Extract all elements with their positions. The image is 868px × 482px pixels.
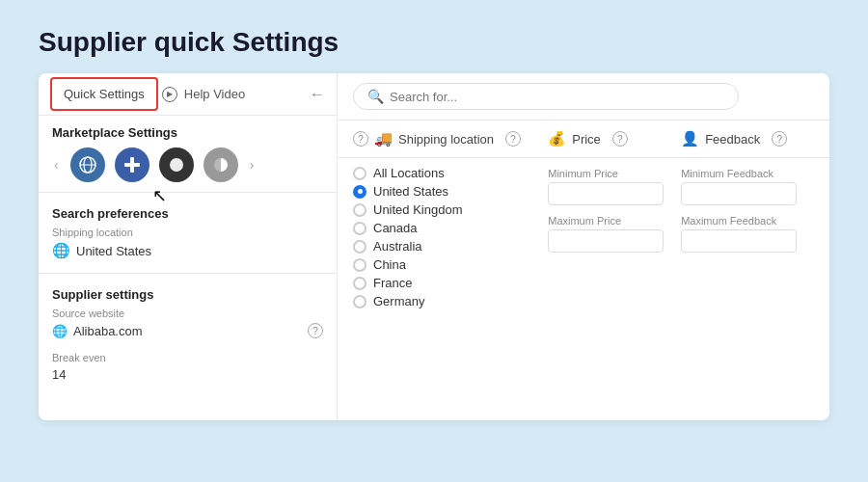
- radio-all-locations[interactable]: [353, 167, 366, 180]
- source-help-icon[interactable]: ?: [308, 323, 323, 338]
- search-bar-row: 🔍: [338, 73, 829, 120]
- max-price-label: Maximum Price: [548, 215, 681, 227]
- radio-germany[interactable]: [353, 295, 366, 308]
- page-title: Supplier quick Settings: [0, 0, 868, 73]
- search-box[interactable]: 🔍: [353, 83, 739, 110]
- right-panel: 🔍 ? 🚚 Shipping location ? 💰 Price ? 👤 Fe…: [338, 73, 829, 420]
- max-feedback-label: Maximum Feedback: [681, 215, 814, 227]
- option-united-states[interactable]: United States: [353, 184, 548, 199]
- radio-china[interactable]: [353, 258, 366, 272]
- globe-location-icon: 🌐: [52, 242, 70, 259]
- feedback-icon: 👤: [681, 130, 699, 147]
- option-all-locations[interactable]: All Locations: [353, 166, 548, 180]
- max-price-wrapper: Maximum Price: [548, 215, 681, 253]
- marketplace-icons-row: ‹: [52, 147, 323, 182]
- search-preferences-section: Search preferences Shipping location 🌐 U…: [39, 193, 337, 274]
- source-label: Source website: [52, 308, 323, 319]
- svg-point-5: [170, 158, 183, 172]
- radio-united-states[interactable]: [353, 185, 366, 199]
- option-france[interactable]: France: [353, 276, 548, 290]
- min-price-wrapper: Minimum Price: [548, 168, 681, 205]
- tab-quick-settings[interactable]: Quick Settings: [50, 77, 158, 111]
- option-canada[interactable]: Canada: [353, 221, 548, 235]
- source-globe-icon: 🌐: [52, 324, 68, 338]
- shipping-options: All Locations United States United Kingd…: [353, 166, 548, 413]
- marketplace-icon-cross[interactable]: [115, 147, 149, 182]
- option-australia[interactable]: Australia: [353, 239, 548, 254]
- shipping-label: Shipping location: [52, 227, 323, 238]
- marketplace-icon-globe[interactable]: [70, 147, 105, 182]
- tab-help-video[interactable]: ▶ Help Video: [162, 87, 245, 102]
- option-united-kingdom[interactable]: United Kingdom: [353, 202, 548, 217]
- break-even-label: Break even: [52, 352, 323, 363]
- break-even-section: Break even 14: [39, 352, 337, 395]
- location-value: United States: [76, 244, 151, 258]
- filter-columns-header: ? 🚚 Shipping location ? 💰 Price ? 👤 Feed…: [338, 120, 829, 158]
- max-feedback-wrapper: Maximum Feedback: [681, 215, 814, 253]
- truck-icon: 🚚: [374, 130, 393, 147]
- radio-canada[interactable]: [353, 222, 366, 235]
- source-row: 🌐 Alibaba.com ?: [52, 323, 323, 338]
- radio-australia[interactable]: [353, 240, 366, 254]
- option-china[interactable]: China: [353, 257, 548, 272]
- play-icon: ▶: [162, 87, 177, 102]
- shipping-col-help-icon[interactable]: ?: [353, 131, 368, 147]
- chevron-right-button[interactable]: ›: [248, 155, 257, 174]
- radio-france[interactable]: [353, 277, 366, 290]
- price-info-icon[interactable]: ?: [612, 131, 628, 147]
- feedback-col-label: Feedback: [705, 132, 760, 147]
- marketplace-icon-halfcircle[interactable]: [203, 147, 238, 182]
- source-value: 🌐 Alibaba.com: [52, 324, 143, 338]
- search-prefs-title: Search preferences: [52, 206, 323, 221]
- max-price-input[interactable]: [548, 229, 664, 253]
- min-feedback-label: Minimum Feedback: [681, 168, 814, 179]
- option-germany[interactable]: Germany: [353, 294, 548, 308]
- supplier-settings-title: Supplier settings: [52, 287, 323, 302]
- filter-col-price: 💰 Price ?: [548, 130, 681, 147]
- radio-united-kingdom[interactable]: [353, 203, 366, 217]
- marketplace-icon-dark[interactable]: [159, 147, 194, 182]
- feedback-info-icon[interactable]: ?: [772, 131, 787, 147]
- filter-col-shipping: ? 🚚 Shipping location ?: [353, 130, 548, 147]
- price-col-label: Price: [572, 132, 601, 147]
- search-input[interactable]: [390, 90, 724, 104]
- price-options: Minimum Price Maximum Price: [548, 166, 681, 413]
- left-panel: Quick Settings ▶ Help Video ← Marketplac…: [39, 73, 338, 420]
- tabs-row: Quick Settings ▶ Help Video ←: [39, 73, 337, 116]
- options-area: All Locations United States United Kingd…: [338, 158, 829, 420]
- shipping-info-icon[interactable]: ?: [505, 131, 521, 147]
- break-even-value: 14: [52, 367, 323, 382]
- main-container: Quick Settings ▶ Help Video ← Marketplac…: [39, 73, 829, 420]
- marketplace-label: Marketplace Settings: [52, 125, 323, 140]
- min-feedback-wrapper: Minimum Feedback: [681, 168, 814, 205]
- max-feedback-input[interactable]: [681, 229, 797, 253]
- marketplace-section: Marketplace Settings ‹: [39, 116, 337, 193]
- supplier-settings-section: Supplier settings Source website 🌐 Aliba…: [39, 274, 337, 352]
- filter-col-feedback: 👤 Feedback ?: [681, 130, 814, 147]
- location-row: 🌐 United States: [52, 242, 323, 259]
- price-icon: 💰: [548, 130, 566, 147]
- tab-back-button[interactable]: ←: [310, 86, 325, 103]
- min-price-input[interactable]: [548, 182, 664, 205]
- shipping-col-label: Shipping location: [398, 132, 494, 147]
- min-price-label: Minimum Price: [548, 168, 681, 179]
- source-website-value: Alibaba.com: [73, 324, 143, 338]
- chevron-left-button[interactable]: ‹: [52, 155, 61, 174]
- feedback-options: Minimum Feedback Maximum Feedback: [681, 166, 814, 413]
- search-icon: 🔍: [367, 89, 384, 104]
- tab-help-label: Help Video: [184, 87, 245, 101]
- min-feedback-input[interactable]: [681, 182, 797, 205]
- svg-rect-4: [124, 163, 140, 167]
